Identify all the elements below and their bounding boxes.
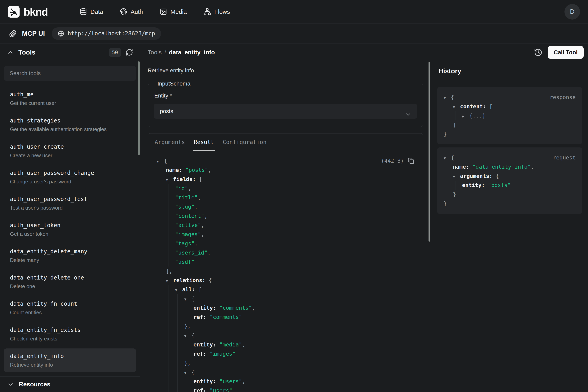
chevron-up-icon[interactable] xyxy=(7,49,14,56)
collapse-icon[interactable]: ▼ xyxy=(175,286,182,295)
json-row: "id", xyxy=(157,184,414,193)
call-tool-button[interactable]: Call Tool xyxy=(548,46,584,59)
history-title: History xyxy=(438,67,461,75)
json-row: entity: "posts" xyxy=(444,180,576,190)
nav-item-media[interactable]: Media xyxy=(160,8,187,16)
nav-item-label: Auth xyxy=(131,8,143,15)
user-avatar[interactable]: D xyxy=(565,4,580,20)
tool-list-item-data_entity_delete_one[interactable]: data_entity_delete_oneDelete one xyxy=(4,270,136,294)
indent-guide xyxy=(187,312,187,322)
json-comma: , xyxy=(188,360,191,366)
json-row: "asdf" xyxy=(157,257,414,266)
tool-name: data_entity_info xyxy=(10,352,130,360)
entity-select[interactable]: posts xyxy=(154,104,417,119)
tool-list-item-auth_me[interactable]: auth_meGet the current user xyxy=(4,87,136,110)
json-bracket: { xyxy=(451,154,454,161)
result-json-viewer: ▼{(442 B)name: "posts",▼fields: ["id","t… xyxy=(148,151,423,392)
json-string-value: "id" xyxy=(175,185,188,192)
indent-guide xyxy=(168,322,169,331)
history-entry-response[interactable]: ▼{response▼content: [▶{...}]} xyxy=(437,87,582,144)
json-row: "content", xyxy=(157,212,414,220)
tool-name: auth_user_password_change xyxy=(10,169,130,177)
tool-description: Delete one xyxy=(10,282,130,290)
json-comma: , xyxy=(169,268,172,274)
refresh-icon[interactable] xyxy=(126,48,133,56)
indent-guide xyxy=(168,331,169,340)
tool-list-item-auth_user_password_change[interactable]: auth_user_password_changeChange a user's… xyxy=(4,165,136,189)
expand-icon[interactable]: ▶ xyxy=(462,112,469,121)
tool-list-item-data_entity_fn_exists[interactable]: data_entity_fn_existsCheck if entity exi… xyxy=(4,322,136,346)
nav-item-label: Flows xyxy=(214,8,230,15)
tab-result[interactable]: Result xyxy=(194,134,214,151)
nav-item-data[interactable]: Data xyxy=(80,8,103,16)
json-row: ref: "images" xyxy=(157,349,414,358)
json-row: ▼{ xyxy=(157,331,414,340)
indent-guide xyxy=(168,239,169,248)
indent-guide xyxy=(187,303,187,312)
server-url-pill[interactable]: http://localhost:28623/mcp xyxy=(52,27,161,40)
indent-guide xyxy=(168,303,169,312)
json-bracket: ] xyxy=(166,268,169,274)
history-header: History xyxy=(431,61,588,81)
collapse-icon[interactable]: ▼ xyxy=(444,93,451,102)
history-entry-badge: request xyxy=(553,153,576,162)
collapse-icon[interactable]: ▼ xyxy=(157,157,164,166)
indent-guide xyxy=(159,331,159,340)
collapse-icon[interactable]: ▼ xyxy=(184,295,192,304)
tool-list-item-auth_user_create[interactable]: auth_user_createCreate a new user xyxy=(4,139,136,163)
indent-guide xyxy=(187,386,187,392)
json-row: ▼fields: [ xyxy=(157,174,414,184)
tool-list-item-auth_strategies[interactable]: auth_strategiesGet the available authent… xyxy=(4,113,136,137)
json-row: ] xyxy=(444,120,576,130)
bknd-logo-icon xyxy=(8,6,19,18)
nav-item-auth[interactable]: Auth xyxy=(120,8,143,16)
search-input[interactable] xyxy=(4,66,136,81)
json-key: name: xyxy=(453,164,469,170)
indent-guide xyxy=(168,184,169,193)
json-string-value: "active" xyxy=(175,222,201,228)
history-icon[interactable] xyxy=(534,48,543,57)
sidebar-scrollbar[interactable] xyxy=(138,61,140,155)
breadcrumb: Tools / data_entity_info xyxy=(148,49,215,56)
tab-arguments[interactable]: Arguments xyxy=(155,134,185,151)
json-bracket: { xyxy=(451,94,454,100)
collapse-icon[interactable]: ▼ xyxy=(184,332,192,341)
collapse-icon[interactable]: ▼ xyxy=(184,368,192,378)
header-actions: Call Tool xyxy=(534,46,584,59)
tool-list-item-auth_user_token[interactable]: auth_user_tokenGet a user token xyxy=(4,218,136,241)
json-row: "active", xyxy=(157,220,414,230)
tool-list-item-auth_user_password_test[interactable]: auth_user_password_testTest a user's pas… xyxy=(4,192,136,215)
collapse-icon[interactable]: ▼ xyxy=(453,102,460,112)
indent-guide xyxy=(168,294,169,303)
json-bracket: { xyxy=(496,173,499,179)
json-string-value: "slug" xyxy=(175,204,195,210)
json-bracket: {...} xyxy=(469,112,485,119)
tool-list: auth_meGet the current userauth_strategi… xyxy=(0,87,140,372)
tool-list-item-data_entity_info[interactable]: data_entity_infoRetrieve entity info xyxy=(4,348,136,372)
json-row: } xyxy=(444,199,576,208)
json-row: ▼{(442 B) xyxy=(157,156,414,166)
breadcrumb-root[interactable]: Tools xyxy=(148,49,162,56)
indent-guide xyxy=(159,377,159,386)
collapse-icon[interactable]: ▼ xyxy=(166,175,173,184)
collapse-icon[interactable]: ▼ xyxy=(166,276,173,286)
json-bracket: } xyxy=(444,200,447,206)
history-entry-request[interactable]: ▼{requestname: "data_entity_info",▼argum… xyxy=(437,148,582,214)
tool-list-item-data_entity_delete_many[interactable]: data_entity_delete_manyDelete many xyxy=(4,244,136,268)
tab-configuration[interactable]: Configuration xyxy=(223,134,266,151)
indent-guide xyxy=(187,340,187,349)
resources-section-header[interactable]: Resources xyxy=(0,376,140,392)
indent-guide xyxy=(159,248,159,257)
copy-icon[interactable] xyxy=(408,158,414,164)
brand[interactable]: bknd xyxy=(8,6,48,18)
tool-list-item-data_entity_fn_count[interactable]: data_entity_fn_countCount entities xyxy=(4,296,136,320)
json-key: all: xyxy=(182,286,195,292)
collapse-icon[interactable]: ▼ xyxy=(444,154,451,163)
indent-guide xyxy=(168,386,169,392)
json-row: } xyxy=(444,190,576,199)
collapse-icon[interactable]: ▼ xyxy=(453,172,460,181)
nav-item-flows[interactable]: Flows xyxy=(203,8,230,16)
main-scrollbar[interactable] xyxy=(428,62,430,242)
indent-guide xyxy=(159,166,159,174)
tool-name: auth_user_create xyxy=(10,143,130,151)
